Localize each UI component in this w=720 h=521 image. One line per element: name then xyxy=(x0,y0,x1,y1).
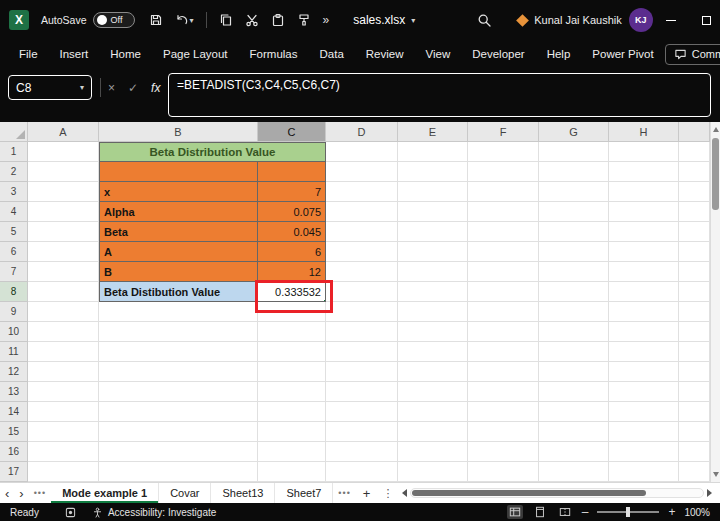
ribbon-tab-developer[interactable]: Developer xyxy=(461,48,535,60)
name-box-chevron-icon[interactable]: ▾ xyxy=(80,83,84,92)
cell-C15[interactable] xyxy=(258,422,326,442)
cell-G5[interactable] xyxy=(539,222,609,242)
cell-F14[interactable] xyxy=(468,402,539,422)
cell-E9[interactable] xyxy=(398,302,468,322)
cell-A7[interactable] xyxy=(28,262,99,282)
column-header-H[interactable]: H xyxy=(609,122,679,142)
cell-G10[interactable] xyxy=(539,322,609,342)
cell-G15[interactable] xyxy=(539,422,609,442)
cell-G16[interactable] xyxy=(539,442,609,462)
cell-G11[interactable] xyxy=(539,342,609,362)
row-header-1[interactable]: 1 xyxy=(0,142,28,162)
cell-H8[interactable] xyxy=(609,282,679,302)
cell-F12[interactable] xyxy=(468,362,539,382)
cell-A9[interactable] xyxy=(28,302,99,322)
cell-E17[interactable] xyxy=(398,462,468,482)
cell-D7[interactable] xyxy=(326,262,398,282)
cell-B4[interactable]: Alpha xyxy=(99,202,258,222)
cell-E14[interactable] xyxy=(398,402,468,422)
comments-button[interactable]: Comments xyxy=(665,44,720,65)
cell-A13[interactable] xyxy=(28,382,99,402)
cell-A15[interactable] xyxy=(28,422,99,442)
autosave-toggle[interactable]: AutoSave Off xyxy=(41,12,135,28)
zoom-level[interactable]: 100% xyxy=(684,507,710,518)
cell-C5[interactable]: 0.045 xyxy=(258,222,326,242)
cell-C7[interactable]: 12 xyxy=(258,262,326,282)
cell-E8[interactable] xyxy=(398,282,468,302)
cell-B1[interactable]: Beta Distribution Value xyxy=(99,142,326,162)
row-header-3[interactable]: 3 xyxy=(0,182,28,202)
scroll-down-icon[interactable] xyxy=(713,472,719,477)
cell-G13[interactable] xyxy=(539,382,609,402)
cell-A16[interactable] xyxy=(28,442,99,462)
sheet-tab-mode-example-1[interactable]: Mode example 1 xyxy=(51,483,159,503)
cell-D11[interactable] xyxy=(326,342,398,362)
minimize-button[interactable] xyxy=(653,0,689,40)
page-layout-view-button[interactable] xyxy=(532,505,548,519)
cell-C8[interactable]: 0.333532 xyxy=(258,282,326,302)
row-header-5[interactable]: 5 xyxy=(0,222,28,242)
row-header-4[interactable]: 4 xyxy=(0,202,28,222)
cell-F10[interactable] xyxy=(468,322,539,342)
cancel-entry-icon[interactable]: × xyxy=(108,81,115,95)
cell-G9[interactable] xyxy=(539,302,609,322)
account-button[interactable]: Kunal Jai Kaushik KJ xyxy=(518,8,652,32)
row-header-11[interactable]: 11 xyxy=(0,342,28,362)
cell-H7[interactable] xyxy=(609,262,679,282)
zoom-in-button[interactable]: + xyxy=(668,505,675,519)
cell-F9[interactable] xyxy=(468,302,539,322)
autosave-switch[interactable]: Off xyxy=(93,12,135,28)
cell-A17[interactable] xyxy=(28,462,99,482)
ribbon-tab-file[interactable]: File xyxy=(8,48,49,60)
cell-C16[interactable] xyxy=(258,442,326,462)
ribbon-tab-insert[interactable]: Insert xyxy=(49,48,100,60)
cell-H2[interactable] xyxy=(609,162,679,182)
zoom-out-button[interactable]: – xyxy=(582,505,589,519)
cell-E3[interactable] xyxy=(398,182,468,202)
cut-icon[interactable] xyxy=(245,13,259,27)
cell-F5[interactable] xyxy=(468,222,539,242)
cell-G14[interactable] xyxy=(539,402,609,422)
cell-B9[interactable] xyxy=(99,302,258,322)
document-title[interactable]: sales.xlsx ▾ xyxy=(353,13,415,27)
scroll-up-icon[interactable] xyxy=(713,127,719,132)
cell-B10[interactable] xyxy=(99,322,258,342)
cell-C9[interactable] xyxy=(258,302,326,322)
cell-H16[interactable] xyxy=(609,442,679,462)
cell-H12[interactable] xyxy=(609,362,679,382)
cell-B6[interactable]: A xyxy=(99,242,258,262)
sheet-options-icon[interactable]: ⋮ xyxy=(377,487,398,500)
cell-G4[interactable] xyxy=(539,202,609,222)
cell-E10[interactable] xyxy=(398,322,468,342)
row-header-7[interactable]: 7 xyxy=(0,262,28,282)
row-header-14[interactable]: 14 xyxy=(0,402,28,422)
avatar[interactable]: KJ xyxy=(629,8,653,32)
cell-A1[interactable] xyxy=(28,142,99,162)
cell-E12[interactable] xyxy=(398,362,468,382)
column-header-B[interactable]: B xyxy=(99,122,258,142)
cell-H6[interactable] xyxy=(609,242,679,262)
cell-F3[interactable] xyxy=(468,182,539,202)
cell-E4[interactable] xyxy=(398,202,468,222)
sheet-more-dots-icon[interactable]: ••• xyxy=(333,488,355,498)
cell-B5[interactable]: Beta xyxy=(99,222,258,242)
cell-B3[interactable]: x xyxy=(99,182,258,202)
cell-G17[interactable] xyxy=(539,462,609,482)
column-header-A[interactable]: A xyxy=(28,122,99,142)
cell-E7[interactable] xyxy=(398,262,468,282)
cell-F6[interactable] xyxy=(468,242,539,262)
cell-E11[interactable] xyxy=(398,342,468,362)
cell-B12[interactable] xyxy=(99,362,258,382)
cell-F11[interactable] xyxy=(468,342,539,362)
cell-C10[interactable] xyxy=(258,322,326,342)
vertical-scrollbar-thumb[interactable] xyxy=(712,138,719,210)
cell-D6[interactable] xyxy=(326,242,398,262)
ribbon-tab-review[interactable]: Review xyxy=(355,48,415,60)
cell-D16[interactable] xyxy=(326,442,398,462)
cell-H14[interactable] xyxy=(609,402,679,422)
more-commands-icon[interactable]: » xyxy=(323,13,330,27)
cell-B13[interactable] xyxy=(99,382,258,402)
column-header-F[interactable]: F xyxy=(468,122,539,142)
row-header-2[interactable]: 2 xyxy=(0,162,28,182)
sheet-tab-sheet13[interactable]: Sheet13 xyxy=(211,483,275,503)
